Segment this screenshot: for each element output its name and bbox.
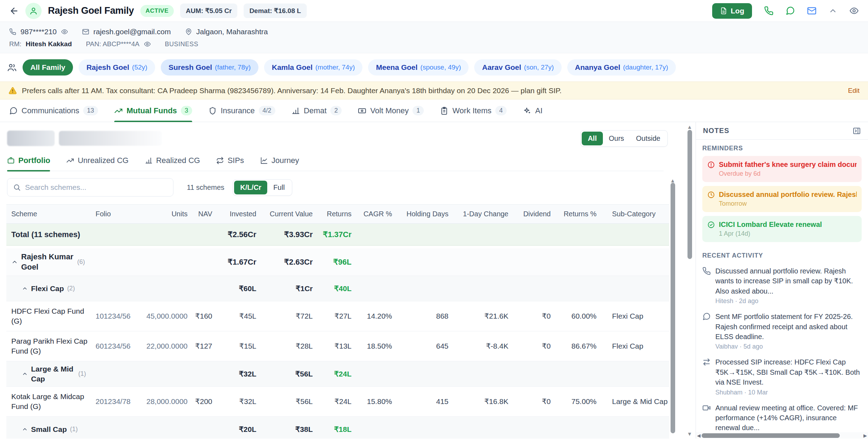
activity-item-meeting[interactable]: Annual review meeting at office. Covered… xyxy=(702,403,862,432)
scrollbar-thumb[interactable] xyxy=(687,130,692,259)
toggle-ours[interactable]: Ours xyxy=(603,132,630,145)
scroll-down-arrow[interactable]: ▼ xyxy=(687,431,692,436)
table-row-fund-parag-parikh-flexi-cap[interactable]: Parag Parikh Flexi Cap Fund (G) 601234/5… xyxy=(6,331,669,361)
fund-nav: ₹200 xyxy=(192,397,217,406)
scheme-search-row: 11 schemes K/L/Cr Full xyxy=(7,178,669,197)
reminder-scheduled[interactable]: ICICI Lombard Elevate renewal 1 Apr (14d… xyxy=(702,216,862,242)
fund-dividend: ₹0 xyxy=(513,342,556,350)
column-header-invested: Invested xyxy=(217,210,261,218)
chip-label: Rajesh Goel xyxy=(86,63,129,72)
holdings-view-toggle: All Ours Outside xyxy=(580,130,668,147)
tab-volt-money[interactable]: Volt Money 1 xyxy=(358,100,424,122)
subtab-realized-cg[interactable]: Realized CG xyxy=(145,156,200,171)
banner-edit-link[interactable]: Edit xyxy=(848,87,860,95)
table-row-category-small-cap[interactable]: Small Cap (1) ₹20L ₹38L ₹18L xyxy=(6,417,669,439)
category-invested: ₹60L xyxy=(217,284,261,293)
scroll-up-arrow[interactable]: ▲ xyxy=(670,178,676,183)
member-scheme-count: (6) xyxy=(77,258,85,266)
reminder-upcoming[interactable]: Discussed annual portfolio review. Rajes… xyxy=(702,186,862,212)
table-row-category-large-mid-cap[interactable]: Large & Mid Cap (1) ₹32L ₹56L ₹24L xyxy=(6,361,669,387)
reminder-meta: 1 Apr (14d) xyxy=(719,230,857,237)
scroll-right-arrow[interactable]: ▶ xyxy=(862,433,868,438)
subtab-portfolio[interactable]: Portfolio xyxy=(7,156,50,171)
page-vertical-scrollbar[interactable]: ▲ ▼ xyxy=(687,122,692,439)
chip-all-family[interactable]: All Family xyxy=(23,59,73,76)
table-vertical-scrollbar[interactable]: ▲ xyxy=(670,122,676,439)
activity-item-call[interactable]: Discussed annual portfolio review. Rajes… xyxy=(702,266,862,305)
sidebar-horizontal-scrollbar[interactable]: ◀ ▶ xyxy=(696,432,868,439)
mf-toolbar: All Ours Outside xyxy=(7,130,668,147)
tab-count: 3 xyxy=(181,106,192,115)
toggle-outside[interactable]: Outside xyxy=(630,132,666,145)
collapse-chevron-icon[interactable] xyxy=(22,285,28,291)
activity-meta: Hitesh · 2d ago xyxy=(715,297,862,305)
contact-strip: 987****210 rajesh.goel@gmail.com Jalgaon… xyxy=(0,22,868,53)
fund-returns-pct: 60.00% xyxy=(556,312,601,320)
table-row-member-group[interactable]: Rajesh Kumar Goel (6) ₹1.67Cr ₹2.63Cr ₹9… xyxy=(6,248,669,276)
total-invested: ₹2.56Cr xyxy=(217,230,261,239)
fund-returns: ₹24L xyxy=(318,397,356,406)
reveal-pan-eye-icon[interactable] xyxy=(144,41,151,48)
scrollbar-thumb[interactable] xyxy=(671,183,675,433)
toggle-full[interactable]: Full xyxy=(267,181,291,194)
table-row-fund-hdfc-flexi-cap[interactable]: HDFC Flexi Cap Fund (G) 101234/56 45,000… xyxy=(6,301,669,331)
collapse-chevron-icon[interactable] xyxy=(11,259,18,265)
tab-work-items[interactable]: Work Items 4 xyxy=(440,100,507,122)
portfolio-subtabs: Portfolio Unrealized CG Realized CG SIPs… xyxy=(7,156,664,171)
chip-meta: (52y) xyxy=(132,64,147,71)
category-current-value: ₹38L xyxy=(261,425,318,434)
activity-item-message[interactable]: Sent MF portfolio statement for FY 2025-… xyxy=(702,312,862,350)
fund-current-value: ₹28L xyxy=(261,342,318,350)
reminder-overdue[interactable]: Submit father's knee surgery claim docum… xyxy=(702,156,862,182)
table-row-category-flexi-cap[interactable]: Flexi Cap (2) ₹60L ₹1Cr ₹40L xyxy=(6,276,669,301)
chip-meena-goel[interactable]: Meena Goel(spouse, 49y) xyxy=(368,59,469,76)
scroll-left-arrow[interactable]: ◀ xyxy=(696,433,702,438)
table-header-row: Scheme Folio Units NAV Invested Current … xyxy=(6,205,669,224)
tab-mutual-funds[interactable]: Mutual Funds 3 xyxy=(114,100,192,122)
tab-demat[interactable]: Demat 2 xyxy=(292,100,342,122)
chip-label: Suresh Goel xyxy=(169,63,212,72)
content-area: All Ours Outside Portfolio Unrealized CG… xyxy=(0,122,868,439)
back-arrow-icon[interactable] xyxy=(9,6,19,16)
tab-ai[interactable]: AI xyxy=(523,100,543,122)
chat-icon xyxy=(702,312,711,350)
chip-aarav-goel[interactable]: Aarav Goel(son, 27y) xyxy=(474,59,561,76)
fund-name: HDFC Flexi Cap Fund (G) xyxy=(6,306,96,326)
chip-ananya-goel[interactable]: Ananya Goel(daughter, 17y) xyxy=(567,59,676,76)
toggle-all[interactable]: All xyxy=(582,132,603,145)
chip-suresh-goel[interactable]: Suresh Goel(father, 78y) xyxy=(161,59,258,76)
tab-label: Volt Money xyxy=(370,106,409,115)
rm-name: Hitesh Kakkad xyxy=(26,40,72,48)
chevron-up-icon[interactable] xyxy=(829,6,837,15)
toggle-klcr[interactable]: K/L/Cr xyxy=(234,181,267,194)
chip-rajesh-goel[interactable]: Rajesh Goel(52y) xyxy=(79,59,155,76)
table-row-fund-kotak-large-midcap[interactable]: Kotak Large & Midcap Fund (G) 201234/78 … xyxy=(6,387,669,417)
column-header-units: Units xyxy=(140,210,192,218)
fund-sub-category: Flexi Cap xyxy=(601,311,668,321)
collapse-chevron-icon[interactable] xyxy=(22,371,28,377)
search-input[interactable] xyxy=(25,183,167,192)
mail-icon[interactable] xyxy=(807,6,817,16)
eye-icon[interactable] xyxy=(849,6,859,16)
call-icon[interactable] xyxy=(764,6,774,16)
subtab-journey[interactable]: Journey xyxy=(260,156,299,171)
subtab-sips[interactable]: SIPs xyxy=(216,156,244,171)
group-invested: ₹1.67Cr xyxy=(217,258,261,267)
location-text: Jalgaon, Maharashtra xyxy=(196,28,268,36)
scroll-up-arrow[interactable]: ▲ xyxy=(687,124,692,129)
tab-communications[interactable]: Communications 13 xyxy=(9,100,98,122)
log-button[interactable]: Log xyxy=(712,3,752,19)
clock-icon xyxy=(707,191,715,199)
chat-icon[interactable] xyxy=(786,6,795,16)
activity-item-transaction[interactable]: Processed SIP increase: HDFC Flexi Cap ₹… xyxy=(702,357,862,396)
subtab-unrealized-cg[interactable]: Unrealized CG xyxy=(66,156,128,171)
tab-label: Demat xyxy=(304,106,327,115)
reveal-phone-eye-icon[interactable] xyxy=(61,28,68,35)
tab-label: AI xyxy=(535,106,543,115)
tab-count: 2 xyxy=(330,106,342,115)
collapse-chevron-icon[interactable] xyxy=(22,426,28,432)
scrollbar-thumb[interactable] xyxy=(702,433,840,438)
panel-collapse-icon[interactable] xyxy=(852,127,861,135)
tab-insurance[interactable]: Insurance 4/2 xyxy=(208,100,275,122)
chip-kamla-goel[interactable]: Kamla Goel(mother, 74y) xyxy=(264,59,362,76)
